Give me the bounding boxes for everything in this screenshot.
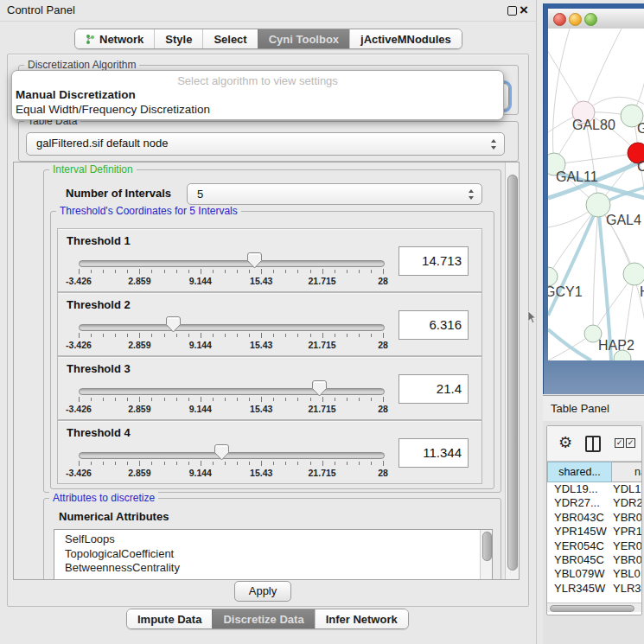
threshold-slider-handle[interactable] [312,380,327,397]
float-window-icon[interactable] [507,6,517,16]
cell-name[interactable]: YLR3 [613,582,641,595]
cell-name[interactable]: YDR2 [613,496,641,509]
slider-tick [103,462,104,465]
network-node-label: C [637,159,644,174]
pane-scrollbar-thumb[interactable] [507,175,518,571]
column-header-name[interactable]: na [612,462,641,482]
cell-name[interactable]: YBR0 [613,553,641,566]
table-row[interactable]: YDL19...YDL1 [547,482,641,496]
checkbox-icon[interactable]: ✓ [626,438,635,448]
cell-name[interactable]: YBR0 [613,511,641,524]
cell-name[interactable]: YDL1 [613,482,641,495]
tab-jactivemnodules[interactable]: jActiveMNodules [349,29,462,48]
discretization-algorithm-group-title: Discretization Algorithm [24,59,139,71]
close-icon[interactable]: × [520,0,528,21]
column-header-shared-name[interactable]: shared... [547,462,612,482]
network-node[interactable] [623,263,644,285]
cell-name[interactable]: YBL0 [613,567,641,580]
algorithm-option-equal-width[interactable]: Equal Width/Frequency Discretization [16,102,500,117]
threshold-slider-track[interactable] [79,324,385,331]
network-window-titlebar[interactable] [548,9,644,29]
cell-shared-name[interactable]: YDL19... [554,482,598,495]
table-row[interactable]: YIL052CYIL0 [547,596,641,596]
cell-shared-name[interactable]: YDR27... [554,496,600,509]
table-hscrollbar[interactable] [547,603,641,612]
slider-tick [127,334,128,337]
network-node[interactable] [548,267,558,286]
cell-shared-name[interactable]: YLR345W [554,582,605,595]
threshold-slider-track[interactable] [79,388,385,395]
cell-shared-name[interactable]: YER054C [554,539,604,552]
pane-scrollbar[interactable] [505,163,519,579]
cyni-mode-tabs: Impute DataDiscretize DataInfer Network [126,609,409,629]
threshold-slider-track[interactable] [79,452,385,459]
attribute-item-topologicalcoefficient[interactable]: TopologicalCoefficient [54,547,492,562]
slider-tick [335,334,335,337]
network-canvas[interactable]: GAL80GACGAL11GAL4GCY1HHAP2 [548,29,644,360]
slider-tick [139,333,140,338]
cell-name[interactable]: YER0 [613,539,641,552]
table-row[interactable]: YDR27...YDR2 [547,496,641,510]
slider-tick [79,397,80,402]
settings-gear-icon[interactable]: ⚙ [558,433,572,451]
mode-tab-infer-network[interactable]: Infer Network [315,609,408,628]
slider-tick [310,334,311,337]
table-row[interactable]: YBR043CYBR0 [547,511,641,525]
table-data-combobox[interactable]: galFiltered.sif default node [26,132,505,156]
tab-label: Impute Data [137,613,201,626]
threshold-slider-handle[interactable] [166,316,181,333]
cell-shared-name[interactable]: YBR043C [554,511,604,524]
slider-tick [115,334,116,337]
cell-shared-name[interactable]: YBR045C [554,553,604,566]
threshold-slider-handle[interactable] [247,252,262,269]
table-row[interactable]: YBL079WYBL0 [547,567,641,581]
table-header: shared... na [547,462,641,481]
threshold-value-field[interactable]: 21.4 [399,374,469,404]
mode-tab-impute-data[interactable]: Impute Data [127,609,212,628]
split-columns-icon[interactable] [585,436,601,452]
table-row[interactable]: YER054CYER0 [547,539,641,553]
table-row[interactable]: YPR145WYPR1 [547,525,641,539]
cell-name[interactable]: YIL0 [613,596,636,596]
close-window-button[interactable] [553,13,566,26]
slider-tick [225,398,226,401]
threshold-panel-3: Threshold 3-3.4262.8599.14415.4321.71528… [57,356,482,420]
table-row[interactable]: YBR045CYBR0 [547,553,641,567]
threshold-slider-handle[interactable] [214,444,229,461]
attribute-item-betweennesscentrality[interactable]: BetweennessCentrality [54,561,492,576]
network-window-frame[interactable]: GAL80GACGAL11GAL4GCY1HHAP2 [543,3,644,394]
table-hscrollbar-thumb[interactable] [550,605,634,613]
cell-shared-name[interactable]: YBL079W [554,567,605,580]
threshold-value-field[interactable]: 6.316 [399,310,469,340]
tab-network[interactable]: Network [75,29,154,48]
threshold-value-field[interactable]: 11.344 [399,438,469,468]
number-of-intervals-spinner[interactable]: 5 [187,183,482,205]
cell-shared-name[interactable]: YPR145W [554,525,607,538]
network-graph[interactable]: GAL80GACGAL11GAL4GCY1HHAP2 [548,29,644,360]
attributes-group-title: Attributes to discretize [49,492,158,504]
zoom-window-button[interactable] [584,13,597,26]
algorithm-option-manual[interactable]: Manual Discretization [16,87,500,102]
tab-style[interactable]: Style [154,29,202,48]
slider-tick-label: 28 [357,340,409,350]
threshold-value-field[interactable]: 14.713 [399,246,469,276]
cell-name[interactable]: YPR1 [613,525,641,538]
network-node-label: H [640,284,644,299]
cell-shared-name[interactable]: YIL052C [554,596,598,596]
algorithm-hint: Select algorithm to view settings [12,74,503,87]
tab-select[interactable]: Select [202,29,257,48]
threshold-slider-track[interactable] [79,260,385,267]
mode-tab-discretize-data[interactable]: Discretize Data [212,609,314,628]
slider-tick [201,461,201,466]
attribute-item-selfloops[interactable]: SelfLoops [54,532,492,547]
table-row[interactable]: YLR345WYLR3 [547,582,641,596]
number-of-intervals-value: 5 [197,184,203,204]
tab-cyni-toolbox[interactable]: Cyni Toolbox [258,29,349,48]
apply-button[interactable]: Apply [234,581,291,602]
slider-tick [188,270,189,273]
checkbox-icon[interactable]: ✓ [615,438,624,448]
slider-tick [297,398,298,401]
slider-tick [237,398,238,401]
minimize-window-button[interactable] [569,13,582,26]
numerical-attributes-label: Numerical Attributes [59,510,169,523]
